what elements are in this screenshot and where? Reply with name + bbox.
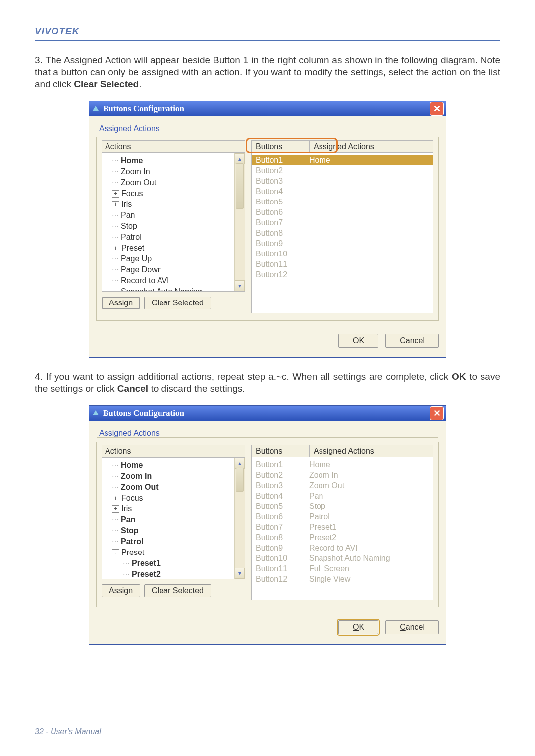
table-row[interactable]: Button9 (252, 238, 433, 249)
app-icon (91, 409, 100, 418)
titlebar: Buttons Configuration ✕ (89, 406, 446, 421)
table-row[interactable]: Button10Snapshot Auto Naming (252, 553, 433, 563)
actions-tree[interactable]: ⋯Home⋯Zoom In⋯Zoom Out+Focus+Iris⋯Pan⋯St… (102, 457, 245, 579)
table-row[interactable]: Button8Preset2 (252, 532, 433, 543)
buttons-config-dialog: Buttons Configuration ✕ Assigned Actions… (89, 405, 446, 645)
table-row[interactable]: Button7 (252, 217, 433, 228)
scroll-thumb[interactable] (236, 468, 244, 492)
tree-item[interactable]: +Iris (106, 199, 243, 210)
tree-item[interactable]: ⋯Zoom In (106, 471, 243, 482)
tree-item[interactable]: +Preset (106, 243, 243, 253)
buttons-config-dialog: Buttons Configuration ✕ Assigned Actions… (89, 101, 446, 358)
scroll-down-icon[interactable]: ▾ (235, 280, 245, 291)
table-row[interactable]: Button11 (252, 259, 433, 269)
table-row[interactable]: Button5 (252, 197, 433, 207)
clear-selected-button[interactable]: Clear Selected (144, 584, 211, 597)
t: to discard the settings. (148, 383, 245, 394)
assign-button[interactable]: Assign (102, 584, 140, 597)
scroll-down-icon[interactable]: ▾ (235, 568, 245, 579)
tree-item[interactable]: ⋯Stop (106, 525, 243, 536)
group-label: Assigned Actions (97, 429, 161, 438)
ok-button[interactable]: OK (338, 620, 378, 634)
tree-item[interactable]: +Focus (106, 493, 243, 504)
dialog-title: Buttons Configuration (103, 408, 184, 418)
buttons-header: Buttons (252, 141, 310, 152)
table-row[interactable]: Button1Home (252, 459, 433, 470)
tree-item[interactable]: -Preset (106, 547, 243, 558)
close-icon[interactable]: ✕ (430, 406, 444, 420)
tree-item[interactable]: ⋯Zoom Out (106, 177, 243, 188)
assigned-header: Assigned Actions (310, 141, 433, 152)
dialog-title: Buttons Configuration (103, 104, 184, 114)
assigned-table[interactable]: Buttons Assigned Actions Button1HomeButt… (251, 140, 433, 313)
table-row[interactable]: Button6 (252, 207, 433, 217)
tree-item[interactable]: ⋯Patrol (106, 232, 243, 243)
assign-button[interactable]: Assign (102, 297, 140, 309)
t: Clear Selected (74, 79, 139, 89)
scrollbar[interactable]: ▴ ▾ (234, 458, 245, 579)
titlebar: Buttons Configuration ✕ (89, 101, 446, 116)
tree-item[interactable]: ⋯Pan (106, 210, 243, 221)
tree-item[interactable]: ⋯Stop (106, 221, 243, 232)
tree-item[interactable]: ⋯Preset2 (106, 569, 243, 579)
table-row[interactable]: Button3Zoom Out (252, 480, 433, 491)
assigned-table[interactable]: Buttons Assigned Actions Button1HomeButt… (251, 445, 433, 600)
t: . (139, 79, 141, 89)
table-row[interactable]: Button4Pan (252, 491, 433, 501)
t: Cancel (117, 383, 148, 394)
scroll-thumb[interactable] (236, 163, 244, 209)
svg-marker-1 (93, 410, 99, 415)
table-row[interactable]: Button8 (252, 228, 433, 238)
scrollbar[interactable]: ▴ ▾ (234, 153, 245, 291)
table-row[interactable]: Button4 (252, 186, 433, 197)
step4-text: 4. If you want to assign additional acti… (35, 371, 500, 395)
cancel-button[interactable]: Cancel (385, 620, 439, 634)
header-rule (35, 40, 500, 41)
tree-item[interactable]: ⋯Page Up (106, 253, 243, 264)
tree-item[interactable]: ⋯Snapshot Auto Naming (106, 286, 243, 292)
table-row[interactable]: Button9Record to AVI (252, 543, 433, 553)
group-label: Assigned Actions (97, 124, 161, 133)
tree-item[interactable]: +Focus (106, 188, 243, 199)
tree-item[interactable]: ⋯Pan (106, 514, 243, 525)
brand-header: VIVOTEK (35, 26, 500, 37)
actions-header: Actions (102, 445, 245, 457)
tree-item[interactable]: ⋯Zoom In (106, 166, 243, 177)
table-row[interactable]: Button12 (252, 269, 433, 280)
t: OK (452, 371, 466, 382)
table-row[interactable]: Button1Home (252, 155, 433, 165)
tree-item[interactable]: +Iris (106, 504, 243, 514)
table-row[interactable]: Button2Zoom In (252, 470, 433, 480)
table-row[interactable]: Button10 (252, 249, 433, 259)
svg-marker-0 (93, 106, 99, 111)
actions-tree[interactable]: ⋯Home⋯Zoom In⋯Zoom Out+Focus+Iris⋯Pan⋯St… (102, 153, 245, 292)
tree-item[interactable]: ⋯Zoom Out (106, 482, 243, 493)
tree-item[interactable]: ⋯Patrol (106, 536, 243, 547)
cancel-button[interactable]: Cancel (385, 334, 439, 348)
t: 4. If you want to assign additional acti… (35, 371, 452, 382)
close-icon[interactable]: ✕ (430, 102, 444, 116)
table-row[interactable]: Button12Single View (252, 574, 433, 584)
table-row[interactable]: Button5Stop (252, 501, 433, 511)
app-icon (91, 104, 100, 113)
tree-item[interactable]: ⋯Page Down (106, 264, 243, 275)
ok-button[interactable]: OK (338, 334, 378, 348)
table-row[interactable]: Button2 (252, 165, 433, 176)
tree-item[interactable]: ⋯Record to AVI (106, 275, 243, 286)
table-row[interactable]: Button6Patrol (252, 511, 433, 522)
scroll-up-icon[interactable]: ▴ (235, 458, 245, 469)
tree-item[interactable]: ⋯Preset1 (106, 558, 243, 569)
scroll-up-icon[interactable]: ▴ (235, 153, 245, 164)
tree-item[interactable]: ⋯Home (106, 460, 243, 471)
page-footer: 32 - User's Manual (35, 727, 500, 736)
assigned-header: Assigned Actions (310, 445, 433, 457)
tree-item[interactable]: ⋯Home (106, 155, 243, 166)
step3-text: 3. The Assigned Action will appear besid… (35, 54, 500, 90)
table-row[interactable]: Button7Preset1 (252, 522, 433, 532)
table-row[interactable]: Button3 (252, 176, 433, 186)
actions-header: Actions (102, 140, 245, 153)
buttons-header: Buttons (252, 445, 310, 457)
table-row[interactable]: Button11Full Screen (252, 563, 433, 574)
clear-selected-button[interactable]: Clear Selected (144, 297, 211, 309)
